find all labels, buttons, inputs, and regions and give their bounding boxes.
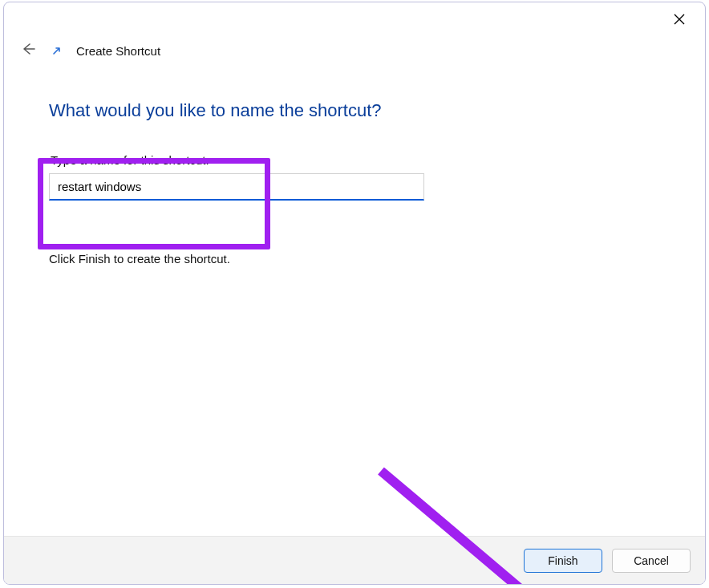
close-icon xyxy=(674,14,685,28)
wizard-content: What would you like to name the shortcut… xyxy=(4,62,705,536)
instruction-text: Click Finish to create the shortcut. xyxy=(49,252,660,266)
finish-button[interactable]: Finish xyxy=(524,549,602,573)
wizard-footer: Finish Cancel xyxy=(4,536,705,584)
shortcut-icon xyxy=(51,44,63,57)
close-button[interactable] xyxy=(662,9,697,33)
wizard-window: Create Shortcut What would you like to n… xyxy=(3,2,706,585)
breadcrumb-bar: Create Shortcut xyxy=(4,39,705,62)
back-button[interactable] xyxy=(18,41,38,60)
shortcut-name-input[interactable] xyxy=(49,173,424,201)
annotation-highlight-box xyxy=(38,158,270,249)
breadcrumb-title: Create Shortcut xyxy=(76,44,160,58)
titlebar xyxy=(4,2,705,39)
page-heading: What would you like to name the shortcut… xyxy=(49,100,660,121)
cancel-button[interactable]: Cancel xyxy=(612,549,691,573)
shortcut-name-label: Type a name for this shortcut: xyxy=(51,153,660,167)
arrow-left-icon xyxy=(21,42,35,59)
